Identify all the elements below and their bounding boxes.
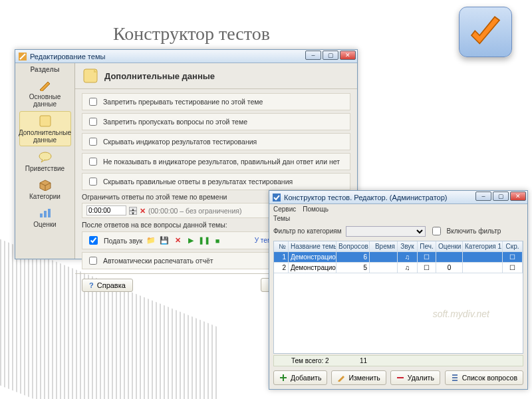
pause-icon[interactable]: ❚❚ (200, 236, 209, 245)
question-list-button[interactable]: Список вопросов (445, 370, 523, 385)
option-label: Скрывать правильные ответы в результатах… (103, 178, 293, 186)
col-questions[interactable]: Вопросов (336, 241, 370, 252)
close-button[interactable]: ✕ (340, 51, 356, 60)
totals-row: Тем всего: 2 11 (273, 355, 523, 366)
svg-rect-3 (40, 213, 43, 217)
option-hide-correct-flag[interactable]: Не показывать в индикаторе результатов, … (82, 153, 350, 170)
col-time[interactable]: Время (370, 241, 398, 252)
play-icon[interactable]: ▶ (186, 236, 196, 245)
close-button[interactable]: ✕ (510, 192, 526, 201)
add-button[interactable]: Добавить (273, 370, 327, 385)
col-name[interactable]: Название темы (289, 241, 336, 252)
col-category[interactable]: Категория 1 (463, 241, 503, 252)
option-label: Не показывать в индикаторе результатов, … (103, 158, 340, 166)
cell: Демонстрационная тема 1 (289, 252, 336, 263)
help-icon: ? (89, 281, 94, 289)
filter-label: Фильтр по категориям (273, 227, 342, 235)
svg-rect-7 (273, 194, 281, 201)
col-no[interactable]: № (274, 241, 289, 252)
watermark: soft.mydiv.net (433, 309, 489, 319)
sidebar-item-greeting[interactable]: Приветствие (19, 148, 71, 174)
maximize-button[interactable]: ▢ (493, 192, 509, 201)
titlebar[interactable]: Редактирование темы – ▢ ✕ (15, 50, 357, 63)
hidden-checkbox[interactable]: ☐ (503, 252, 523, 263)
button-label: Справка (97, 281, 126, 289)
checkbox[interactable] (89, 158, 97, 166)
sidebar-item-label: Основные данные (21, 93, 70, 108)
menu-service[interactable]: Сервис (273, 205, 296, 213)
print-checkbox[interactable]: ☐ (418, 263, 436, 273)
sidebar-item-label: Дополнительные данные (19, 129, 71, 144)
option-label: Запретить пропускать вопросы по этой тем… (103, 118, 247, 126)
enable-filter-checkbox[interactable] (432, 227, 441, 235)
checkbox[interactable] (89, 178, 97, 186)
button-label: Изменить (348, 374, 380, 382)
clear-time-icon[interactable]: ✕ (140, 207, 146, 215)
checkbox[interactable] (89, 98, 97, 106)
content-header: Дополнительные данные (104, 71, 215, 81)
box-icon (37, 178, 54, 192)
window-title: Конструктор тестов. Редактор. (Администр… (284, 194, 447, 201)
minimize-button[interactable]: – (305, 51, 321, 60)
checkbox[interactable] (89, 257, 97, 265)
menu-help[interactable]: Помощь (303, 205, 329, 213)
hidden-checkbox[interactable]: ☐ (503, 263, 523, 273)
nav-themes[interactable]: Темы (269, 214, 527, 223)
edit-button[interactable]: Изменить (331, 370, 386, 385)
option-label: Запретить прерывать тестирование по этой… (103, 98, 263, 106)
sidebar-item-main[interactable]: Основные данные (19, 76, 71, 110)
cell: 0 (436, 263, 463, 273)
option-forbid-skip[interactable]: Запретить пропускать вопросы по этой тем… (82, 113, 350, 130)
checkmark-badge-icon (459, 7, 512, 57)
sound-icon: ♫ (398, 263, 418, 273)
menubar: Сервис Помощь (269, 204, 527, 214)
minimize-button[interactable]: – (475, 192, 491, 201)
slide-title: Конструктор тестов (113, 23, 270, 45)
col-grades[interactable]: Оценки (436, 241, 463, 252)
table-row[interactable]: 1 Демонстрационная тема 1 6 ♫ ☐ ☐ (274, 252, 523, 263)
note-icon (37, 114, 54, 128)
button-label: Список вопросов (462, 374, 517, 382)
checkbox[interactable] (89, 138, 97, 146)
table-row[interactable]: 2 Демонстрационная тема 2 5 ♫ ☐ 0 ☐ (274, 263, 523, 273)
cell (463, 252, 503, 263)
maximize-button[interactable]: ▢ (323, 51, 338, 60)
help-button[interactable]: ? Справка (82, 279, 133, 292)
svg-rect-1 (40, 116, 51, 126)
enable-filter-label: Включить фильтр (447, 227, 501, 235)
speech-icon (37, 150, 54, 164)
open-sound-icon[interactable]: 📁 (146, 236, 156, 245)
option-hide-correct-answers[interactable]: Скрывать правильные ответы в результатах… (82, 173, 350, 190)
themes-table[interactable]: № Название темы Вопросов Время Звук Печ.… (273, 241, 523, 354)
totals-themes: 2 (325, 357, 329, 364)
cell: 6 (336, 252, 370, 263)
checkbox[interactable] (89, 118, 97, 126)
clear-sound-icon[interactable]: ✕ (173, 236, 182, 245)
play-sound-checkbox[interactable] (89, 236, 98, 245)
button-label: Удалить (408, 374, 434, 382)
svg-point-2 (39, 152, 51, 160)
option-hide-indicator[interactable]: Скрывать индикатор результатов тестирова… (82, 133, 350, 150)
option-forbid-interrupt[interactable]: Запретить прерывать тестирование по этой… (82, 93, 350, 110)
sidebar-item-grades[interactable]: Оценки (19, 203, 71, 230)
sidebar-item-categories[interactable]: Категории (19, 176, 71, 202)
col-print[interactable]: Печ. (418, 241, 436, 252)
sound-icon: ♫ (398, 252, 418, 263)
cell: 5 (336, 263, 370, 273)
stop-icon[interactable]: ■ (213, 236, 222, 245)
col-sound[interactable]: Звук (398, 241, 418, 252)
time-spinner[interactable]: ▲▼ (129, 207, 137, 215)
delete-button[interactable]: Удалить (390, 370, 440, 385)
sidebar-item-label: Приветствие (25, 165, 65, 172)
time-limit-input[interactable] (86, 205, 126, 215)
app-icon (18, 52, 27, 61)
print-checkbox[interactable]: ☐ (418, 252, 436, 263)
cell (436, 252, 463, 263)
sidebar-item-extra[interactable]: Дополнительные данные (19, 111, 71, 146)
col-hidden[interactable]: Скр. (503, 241, 523, 252)
option-label: Скрывать индикатор результатов тестирова… (103, 138, 257, 146)
titlebar[interactable]: Конструктор тестов. Редактор. (Администр… (269, 191, 527, 204)
save-sound-icon[interactable]: 💾 (160, 236, 169, 245)
play-sound-label: Подать звук (104, 237, 142, 245)
filter-category-select[interactable] (346, 226, 426, 237)
